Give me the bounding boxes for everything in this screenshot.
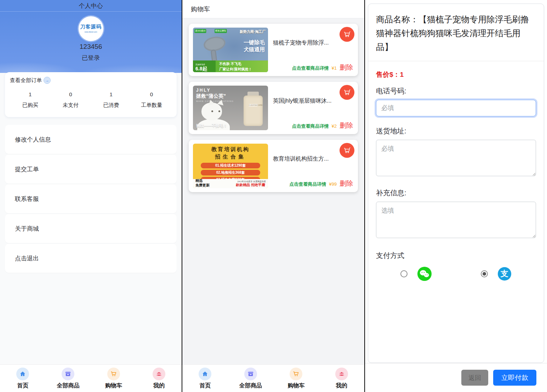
tab-home[interactable]: 首页	[182, 368, 228, 390]
cart-item-meta: 点击查看商品详情 ¥1 删除	[292, 63, 353, 72]
menu-item-contact-support[interactable]: 联系客服	[5, 184, 177, 213]
view-all-orders-label: 查看全部订单	[10, 77, 42, 84]
stat-label: 已消费	[91, 102, 131, 109]
profile-hero: 刀客源码 www.dkewl.com 123456 已登录	[0, 12, 182, 73]
pay-now-button[interactable]: 立即付款	[493, 370, 536, 386]
wechat-icon[interactable]	[417, 267, 432, 281]
cart-icon	[290, 368, 302, 380]
bottle-graphic: CLEAN&CARE	[244, 96, 263, 126]
delete-button[interactable]: 删除	[340, 121, 353, 130]
cart-list: 满300减30 赠送运费险 新势力周·淘工厂 一键除毛 犬猫通用 洗澡刷毛	[182, 18, 364, 364]
tab-home[interactable]: 首页	[0, 368, 45, 390]
ad-headline: 一键除毛 犬猫通用	[244, 39, 265, 53]
tab-cart-label: 购物车	[287, 382, 304, 390]
menu-item-submit-ticket[interactable]: 提交工单	[5, 155, 177, 184]
payment-option-wechat	[376, 267, 456, 281]
promo-badge: 满300减30	[194, 29, 206, 33]
ad-headline: 拯救“蒲公英”	[196, 93, 226, 99]
users-icon	[153, 368, 165, 380]
avatar[interactable]: 刀客源码 www.dkewl.com	[79, 16, 103, 41]
note-label: 补充信息:	[376, 188, 536, 198]
tab-mine-label: 我的	[336, 382, 347, 390]
bottle-label: CLEAN&CARE	[249, 104, 258, 106]
ad-footer-strip: 精选 免费更新 24小时自动发货 百度网盘秒发 款款精品 拒绝平庸	[193, 179, 268, 188]
home-icon	[199, 368, 211, 380]
item-price: ¥1	[332, 65, 337, 71]
app: 个人中心 刀客源码 www.dkewl.com 123456 已登录 查看全部订…	[0, 0, 547, 392]
ad-slogan: 不伤肤 不飞毛 厂家让利 限时疯抢！	[216, 60, 268, 72]
home-icon	[16, 368, 29, 380]
cart-item-brush: 满300减30 赠送运费险 新势力周·淘工厂 一键除毛 犬猫通用 洗澡刷毛	[189, 24, 358, 76]
view-detail-link[interactable]: 点击查看商品详情	[292, 123, 329, 129]
cart-badge-icon[interactable]	[340, 27, 354, 42]
menu-item-about-mall[interactable]: 关于商城	[5, 214, 177, 243]
ad-slogan-line2: 厂家让利 限时疯抢！	[219, 67, 268, 72]
tab-mine[interactable]: 我的	[319, 368, 365, 390]
cat-head	[201, 103, 222, 120]
tab-all-products[interactable]: 全部商品	[45, 368, 91, 390]
cart-icon	[107, 368, 120, 380]
delete-button[interactable]: 删除	[340, 179, 353, 188]
address-textarea[interactable]	[376, 140, 536, 176]
panel-personal-center: 个人中心 刀客源码 www.dkewl.com 123456 已登录 查看全部订…	[0, 0, 182, 392]
cat-eye	[211, 110, 213, 112]
wechat-radio[interactable]	[400, 270, 408, 277]
product-image-education[interactable]: 教育培训机构 招生合集 01.招生话术1290套 02.地推招生368套 03.…	[193, 144, 268, 188]
back-button[interactable]: 返回	[461, 370, 488, 386]
phone-input[interactable]	[376, 100, 536, 116]
ad-headline-line2: 犬猫通用	[244, 46, 265, 53]
item-price: ¥2	[332, 123, 337, 129]
ad-feature-bar: 02.地推招生368套	[201, 170, 260, 175]
tab-cart[interactable]: 购物车	[91, 368, 136, 390]
cart-badge-icon[interactable]	[340, 143, 354, 158]
ad-bottom-strip: 洗澡刷毛价 6.8起 不伤肤 不飞毛 厂家让利 限时疯抢！	[193, 60, 268, 72]
store-icon	[244, 368, 257, 380]
alipay-radio[interactable]	[481, 270, 488, 277]
cart-badge-icon[interactable]	[340, 85, 354, 100]
product-name: 商品名称：【猫梳子宠物专用除浮毛刷撸猫神器针梳狗狗猫咪毛发清理开结毛用品】	[376, 13, 536, 54]
stat-consumed: 1 已消费	[91, 91, 131, 109]
cart-page-title: 购物车	[191, 5, 210, 13]
stat-unpaid: 0 未支付	[50, 91, 91, 109]
tab-cart[interactable]: 购物车	[273, 368, 319, 390]
cart-item-title[interactable]: 英国jhly银渐层猫咪沐...	[273, 97, 331, 105]
login-status: 已登录	[0, 54, 182, 62]
cart-item-title[interactable]: 教育培训机构招生方...	[273, 155, 329, 163]
orders-stats-card: 查看全部订单 → 1 已购买 0 未支付 1 已消费 0 工单数量	[5, 72, 177, 117]
payment-option-alipay: 支	[456, 267, 536, 281]
product-image-shampoo[interactable]: JHLY 拯救“蒲公英” MAKE CATS LOVE BATHING	[193, 86, 268, 130]
panel-checkout: 商品名称：【猫梳子宠物专用除浮毛刷撸猫神器针梳狗狗猫咪毛发清理开结毛用品】 售价…	[365, 0, 547, 392]
tab-all-products[interactable]: 全部商品	[228, 368, 274, 390]
avatar-logo-text: 刀客源码	[80, 24, 102, 30]
tab-all-products-label: 全部商品	[239, 382, 262, 390]
delete-button[interactable]: 删除	[340, 63, 353, 72]
checkout-footer: 返回 立即付款	[365, 363, 547, 392]
tab-cart-label: 购物车	[105, 382, 122, 390]
personal-header: 个人中心	[0, 0, 182, 12]
promo-badges: 满300减30 赠送运费险	[194, 29, 234, 35]
stat-value: 1	[91, 91, 131, 97]
tab-bar: 首页 全部商品 购物车 我的	[182, 364, 364, 392]
menu-item-edit-profile[interactable]: 修改个人信息	[5, 125, 177, 154]
view-detail-link[interactable]: 点击查看商品详情	[292, 65, 329, 71]
note-textarea[interactable]	[376, 202, 536, 238]
stat-label: 未支付	[50, 102, 91, 109]
promo-badge: 赠送运费险	[215, 29, 227, 33]
cart-item-meta: 点击查看商品详情 ¥2 删除	[292, 121, 353, 130]
ad-price-note: 洗澡刷毛价	[195, 63, 205, 65]
product-image-brush[interactable]: 满300减30 赠送运费险 新势力周·淘工厂 一键除毛 犬猫通用 洗澡刷毛	[193, 28, 268, 72]
cart-item-education: 教育培训机构 招生合集 01.招生话术1290套 02.地推招生368套 03.…	[189, 140, 358, 192]
username: 123456	[0, 43, 182, 51]
view-all-orders-link[interactable]: 查看全部订单 →	[10, 77, 51, 84]
cart-item-title[interactable]: 猫梳子宠物专用除浮...	[273, 39, 329, 47]
checkout-modal: 商品名称：【猫梳子宠物专用除浮毛刷撸猫神器针梳狗狗猫咪毛发清理开结毛用品】 售价…	[368, 4, 544, 363]
tab-mine[interactable]: 我的	[136, 368, 182, 390]
menu-item-logout[interactable]: 点击退出	[5, 244, 177, 273]
view-detail-link[interactable]: 点击查看商品详情	[289, 181, 326, 188]
personal-menu: 修改个人信息 提交工单 联系客服 关于商城 点击退出	[5, 125, 177, 273]
price-line: 售价$：1	[376, 70, 536, 79]
avatar-logo-url: www.dkewl.com	[85, 31, 97, 33]
stat-label: 已购买	[10, 102, 50, 109]
ad-feature-bar: 01.招生话术1290套	[201, 163, 260, 168]
alipay-icon[interactable]: 支	[498, 267, 511, 281]
